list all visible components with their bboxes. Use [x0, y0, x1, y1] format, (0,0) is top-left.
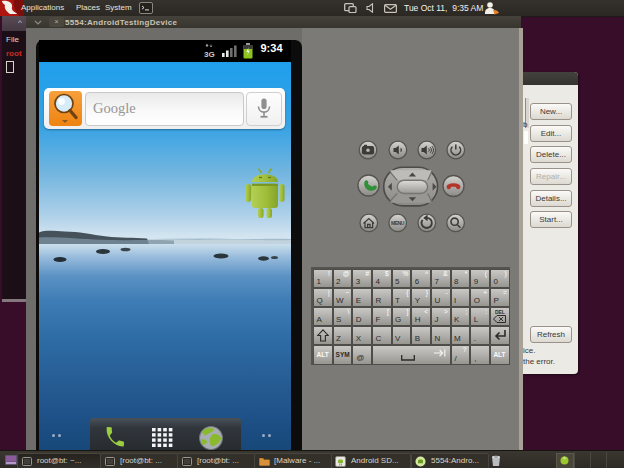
svg-text:3G: 3G — [204, 50, 215, 58]
svg-text:MENU: MENU — [391, 220, 405, 226]
